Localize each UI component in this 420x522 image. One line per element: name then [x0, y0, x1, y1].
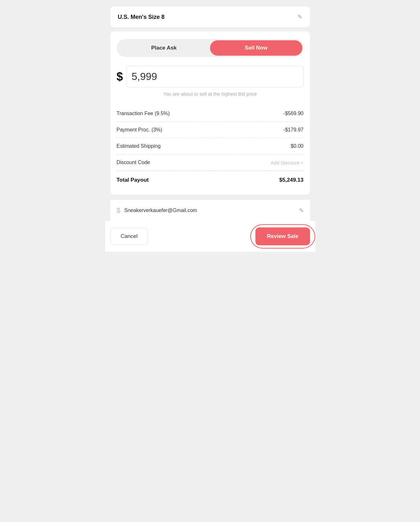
- cancel-button[interactable]: Cancel: [110, 228, 148, 245]
- payment-proc-row: Payment Proc. (3%) -$179.97: [117, 122, 304, 138]
- shipping-value: $0.00: [291, 143, 303, 149]
- payment-proc-value: -$179.97: [283, 127, 303, 133]
- size-selector-card: U.S. Men's Size 8 ✎: [110, 6, 310, 28]
- total-payout-label: Total Payout: [117, 177, 149, 183]
- transaction-fee-value: -$569.90: [283, 111, 303, 116]
- discount-label: Discount Code: [117, 160, 150, 165]
- price-value[interactable]: 5,999: [132, 71, 157, 82]
- price-input-wrapper[interactable]: 5,999: [126, 66, 304, 87]
- size-label: U.S. Men's Size 8: [118, 14, 165, 20]
- edit-size-icon[interactable]: ✎: [298, 13, 302, 20]
- total-payout-row: Total Payout $5,249.13: [117, 171, 304, 188]
- shipping-label: Estimated Shipping: [117, 143, 161, 149]
- payout-row: $ Sneakerverkauefer@Gmail.com ✎: [110, 200, 310, 221]
- total-payout-value: $5,249.13: [279, 177, 304, 183]
- place-ask-tab[interactable]: Place Ask: [118, 40, 210, 56]
- helper-text: You are about to sell at the highest Bid…: [117, 91, 304, 97]
- payment-proc-label: Payment Proc. (3%): [117, 127, 162, 133]
- main-card: Place Ask Sell Now $ 5,999 You are about…: [110, 31, 310, 195]
- shipping-row: Estimated Shipping $0.00: [117, 138, 304, 154]
- page-wrapper: U.S. Men's Size 8 ✎ Place Ask Sell Now $…: [105, 6, 315, 252]
- price-input-row: $ 5,999: [117, 66, 304, 87]
- payout-dollar-icon: $: [117, 206, 121, 215]
- bottom-bar: Cancel Review Sale: [105, 221, 315, 252]
- review-sale-button[interactable]: Review Sale: [255, 227, 310, 245]
- payout-email: Sneakerverkauefer@Gmail.com: [124, 208, 197, 213]
- fee-list: Transaction Fee (9.5%) -$569.90 Payment …: [117, 106, 304, 188]
- tab-toggle: Place Ask Sell Now: [117, 39, 304, 57]
- payout-left: $ Sneakerverkauefer@Gmail.com: [117, 206, 197, 215]
- discount-row: Discount Code Add Discount +: [117, 154, 304, 171]
- edit-payout-icon[interactable]: ✎: [299, 207, 304, 214]
- sell-now-tab[interactable]: Sell Now: [210, 40, 302, 56]
- transaction-fee-row: Transaction Fee (9.5%) -$569.90: [117, 106, 304, 122]
- dollar-sign: $: [117, 70, 123, 83]
- review-btn-wrapper: Review Sale: [255, 227, 310, 245]
- transaction-fee-label: Transaction Fee (9.5%): [117, 111, 170, 116]
- add-discount-button[interactable]: Add Discount +: [271, 160, 303, 165]
